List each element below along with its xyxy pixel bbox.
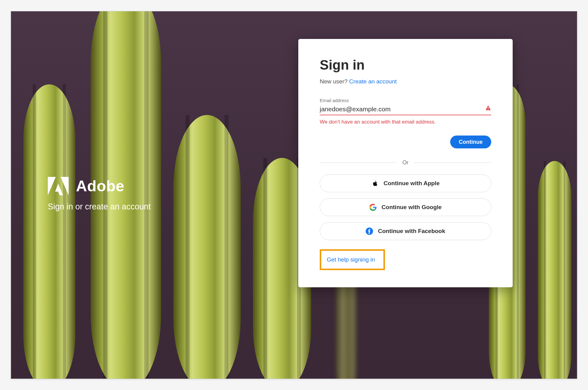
svg-rect-0 <box>488 107 488 109</box>
apple-icon <box>371 180 379 187</box>
new-user-text: New user? <box>320 78 348 85</box>
facebook-icon <box>366 228 373 235</box>
facebook-button-label: Continue with Facebook <box>378 228 445 235</box>
continue-with-apple-button[interactable]: Continue with Apple <box>320 174 491 192</box>
email-field-group: Email address We don't have an account w… <box>320 98 491 125</box>
google-button-label: Continue with Google <box>382 204 442 211</box>
divider-or: Or <box>320 159 491 166</box>
warning-icon <box>485 105 491 111</box>
background-image: Adobe Sign in or create an account Sign … <box>11 11 577 379</box>
brand-tagline: Sign in or create an account <box>48 202 151 212</box>
get-help-link[interactable]: Get help signing in <box>327 256 375 263</box>
divider-label: Or <box>397 159 414 166</box>
google-icon <box>369 204 377 211</box>
email-label: Email address <box>320 98 491 103</box>
continue-with-google-button[interactable]: Continue with Google <box>320 198 491 216</box>
brand-block: Adobe Sign in or create an account <box>48 177 151 212</box>
new-user-row: New user? Create an account <box>320 78 491 85</box>
error-message: We don't have an account with that email… <box>320 119 491 125</box>
page-frame: Adobe Sign in or create an account Sign … <box>11 11 577 379</box>
apple-button-label: Continue with Apple <box>384 180 440 187</box>
svg-rect-1 <box>488 109 488 110</box>
card-title: Sign in <box>320 57 491 73</box>
continue-button[interactable]: Continue <box>450 136 491 148</box>
adobe-logo-icon <box>48 177 69 195</box>
help-highlight-box: Get help signing in <box>320 249 385 270</box>
continue-with-facebook-button[interactable]: Continue with Facebook <box>320 222 491 240</box>
signin-card: Sign in New user? Create an account Emai… <box>298 39 513 287</box>
email-input[interactable] <box>320 104 491 115</box>
brand-name: Adobe <box>76 177 124 195</box>
create-account-link[interactable]: Create an account <box>349 78 397 85</box>
